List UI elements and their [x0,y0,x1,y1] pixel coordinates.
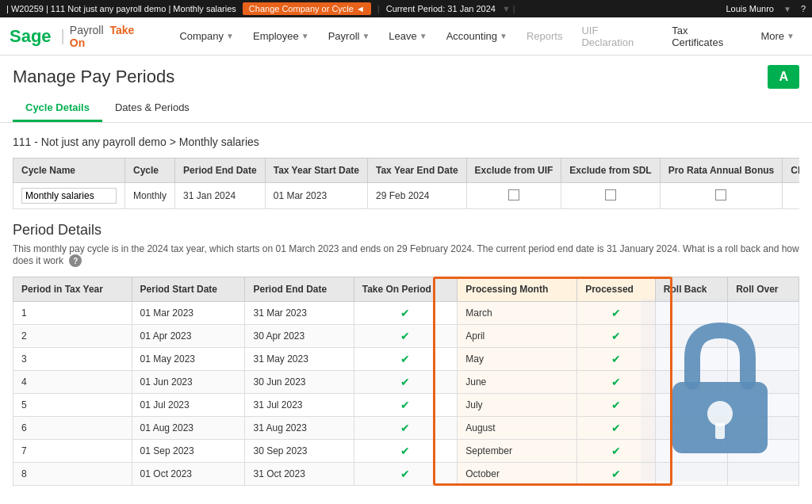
cell-start: 01 Oct 2023 [132,463,245,486]
takeon-check: ✔ [400,376,410,388]
cell-start: 01 Jun 2023 [132,371,245,394]
cycle-table: Cycle Name Cycle Period End Date Tax Yea… [13,158,799,209]
cell-end: 31 Aug 2023 [245,417,354,440]
cell-start: 01 Apr 2023 [132,325,245,348]
current-period-label: Current Period: 31 Jan 2024 [386,4,496,13]
processed-check: ✔ [611,445,621,457]
cell-take-on: ✔ [354,463,458,486]
page-title-row: Manage Pay Periods A [13,65,799,95]
th-period-end-date: Period End Date [245,277,354,302]
svg-point-1 [707,401,733,426]
user-chevron: ▼ [783,5,791,13]
cell-start: 01 Sep 2023 [132,440,245,463]
period-details-desc: This monthly pay cycle is in the 2024 ta… [13,243,799,267]
th-pro-rata: Pro Rata Annual Bonus [660,158,783,183]
nav-leave[interactable]: Leave ▼ [381,27,435,45]
change-company-btn[interactable]: Change Company or Cycle ◄ [243,2,371,15]
nav-company[interactable]: Company ▼ [171,27,242,45]
processed-check: ✔ [611,307,621,319]
checkbox-pro-rata[interactable] [715,189,726,200]
cell-excl-uif[interactable] [466,183,561,209]
takeon-check: ✔ [400,445,410,457]
cell-start: 01 May 2023 [132,348,245,371]
th-tax-end: Tax Year End Date [368,158,467,183]
processed-check: ✔ [611,468,621,480]
th-period-num: Period in Tax Year [13,277,132,302]
cell-close-cycle[interactable] [783,183,799,209]
nav-accounting[interactable]: Accounting ▼ [439,27,515,45]
cycle-table-wrapper: Cycle Name Cycle Period End Date Tax Yea… [13,158,799,209]
nav-more[interactable]: More ▼ [753,27,802,45]
help-btn[interactable]: ? [801,4,806,13]
cycle-name-input[interactable] [21,188,117,204]
cell-take-on: ✔ [354,440,458,463]
table-row: Monthly 31 Jan 2024 01 Mar 2023 29 Feb 2… [13,183,800,209]
cell-take-on: ✔ [354,302,458,325]
cell-start: 01 Aug 2023 [132,417,245,440]
payroll-label: Payroll Take On [70,24,153,49]
cell-period-num: 4 [13,371,132,394]
cell-pro-rata[interactable] [660,183,783,209]
top-bar-right: Louis Munro ▼ ? [726,4,806,13]
cell-period-end: 31 Jan 2024 [175,183,266,209]
cell-processing-month: March [458,302,577,325]
nav-payroll[interactable]: Payroll ▼ [320,27,378,45]
nav-employee[interactable]: Employee ▼ [245,27,317,45]
page-title: Manage Pay Periods [13,67,174,87]
cell-processing-month: April [458,325,577,348]
processed-check: ✔ [611,399,621,411]
cell-end: 31 Oct 2023 [245,463,354,486]
separator2: ▼ | [502,4,515,13]
cell-processing-month: June [458,371,577,394]
cell-tax-end: 29 Feb 2024 [368,183,467,209]
cell-period-num: 6 [13,417,132,440]
add-button[interactable]: A [768,65,799,89]
user-name: Louis Munro [726,4,774,13]
processed-check: ✔ [611,376,621,388]
th-tax-start: Tax Year Start Date [265,158,367,183]
lock-icon-overlay [641,299,799,481]
cell-tax-start: 01 Mar 2023 [265,183,367,209]
tab-cycle-details[interactable]: Cycle Details [13,95,102,122]
checkbox-excl-uif[interactable] [508,189,519,200]
takeon-check: ✔ [400,468,410,480]
nav-tax-certs[interactable]: Tax Certificates [664,21,749,52]
th-roll-back: Roll Back [655,277,727,302]
cell-take-on: ✔ [354,348,458,371]
processed-check: ✔ [611,353,621,365]
takeon-check: ✔ [400,399,410,411]
nav-bar: Sage | Payroll Take On Company ▼ Employe… [0,17,812,55]
cell-start: 01 Mar 2023 [132,302,245,325]
sage-logo: Sage [10,26,52,47]
takeon-check: ✔ [400,353,410,365]
cell-start: 01 Jul 2023 [132,394,245,417]
cell-end: 30 Jun 2023 [245,371,354,394]
checkbox-excl-sdl[interactable] [605,189,616,200]
breadcrumb: 111 - Not just any payroll demo > Monthl… [13,136,799,148]
processed-check: ✔ [611,422,621,434]
takeon-check: ✔ [400,307,410,319]
takeon-check: ✔ [400,422,410,434]
th-excl-sdl: Exclude from SDL [561,158,660,183]
page-header: Manage Pay Periods A Cycle Details Dates… [0,55,812,123]
cell-cycle-name [13,183,125,209]
top-bar-info: | W20259 | 111 Not just any payroll demo… [6,4,236,13]
cell-period-num: 2 [13,325,132,348]
period-table-container: Period in Tax Year Period Start Date Per… [13,277,799,486]
cell-take-on: ✔ [354,417,458,440]
period-details-title: Period Details [13,222,799,239]
cell-processing-month: July [458,394,577,417]
cell-period-num: 1 [13,302,132,325]
th-processed: Processed [577,277,656,302]
logo-divider: | [61,27,65,45]
tabs: Cycle Details Dates & Periods [13,95,799,122]
th-period-start: Period Start Date [132,277,245,302]
help-icon[interactable]: ? [69,254,82,267]
cell-excl-sdl[interactable] [561,183,660,209]
cell-processing-month: October [458,463,577,486]
th-period-end: Period End Date [175,158,266,183]
cell-end: 30 Sep 2023 [245,440,354,463]
cell-end: 31 Mar 2023 [245,302,354,325]
tab-dates-periods[interactable]: Dates & Periods [102,95,202,122]
nav-menu: Company ▼ Employee ▼ Payroll ▼ Leave ▼ A… [171,21,802,52]
